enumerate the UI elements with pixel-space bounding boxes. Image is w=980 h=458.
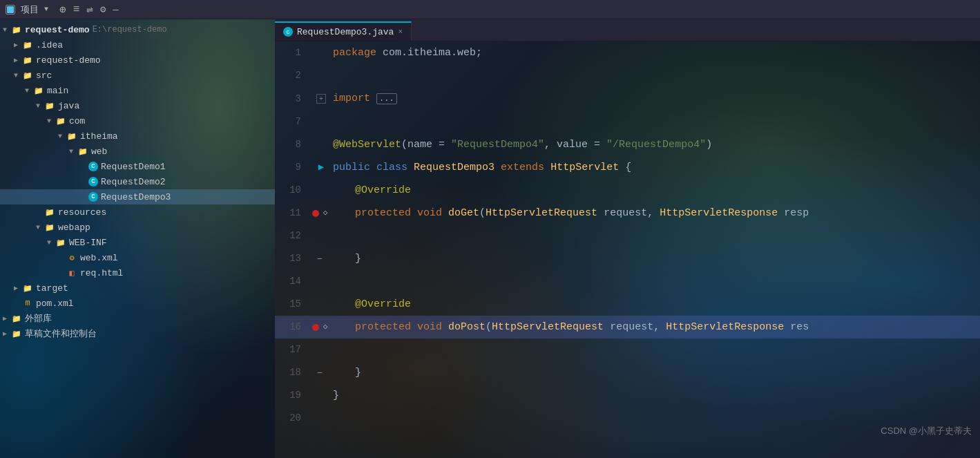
- tab-close-button[interactable]: ×: [398, 28, 403, 36]
- line-gutter-11: ◇: [309, 202, 330, 225]
- target-label: target: [36, 283, 68, 294]
- tree-pomxml[interactable]: m pom.xml: [0, 296, 275, 311]
- web-arrow: ▼: [69, 148, 77, 155]
- code-lines-container: 1 package com.itheima.web; 2 3 + impo: [275, 41, 980, 430]
- code-line-18: 18 — }: [275, 361, 980, 384]
- tree-idea[interactable]: ▶ 📁 .idea: [0, 37, 275, 53]
- fold-marker-13: —: [318, 247, 323, 270]
- tree-reqhtml[interactable]: ◧ req.html: [0, 265, 275, 280]
- line-gutter-16: ◇: [309, 316, 330, 338]
- code-line-7: 7: [275, 111, 980, 133]
- line-content-16: protected void doPost(HttpServletRequest…: [330, 316, 980, 338]
- code-line-3: 3 + import ...: [275, 87, 980, 111]
- line-num-7: 7: [275, 111, 309, 133]
- project-icon: [6, 5, 15, 15]
- tab-label: RequestDempo3.java: [297, 27, 394, 37]
- tree-webxml[interactable]: ⚙ web.xml: [0, 250, 275, 265]
- rdemo-label: request-demo: [36, 55, 101, 66]
- fold-icon-3[interactable]: +: [316, 94, 326, 104]
- web-icon: 📁: [77, 146, 88, 157]
- line-gutter-18: —: [309, 361, 330, 384]
- minimize-icon[interactable]: —: [113, 4, 118, 15]
- java-file-icon-2: C: [88, 177, 98, 187]
- itheima-label: itheima: [80, 131, 118, 142]
- com-label: com: [69, 116, 85, 126]
- tree-src[interactable]: ▼ 📁 src: [0, 68, 275, 83]
- tree-com[interactable]: ▼ 📁 com: [0, 113, 275, 128]
- line-num-15: 15: [275, 293, 309, 316]
- globe-icon[interactable]: ⊕: [59, 3, 66, 17]
- project-sidebar: ▼ 📁 request-demo E:\request-demo ▶ 📁 .id…: [0, 19, 275, 458]
- src-icon: 📁: [22, 70, 33, 81]
- tree-webapp[interactable]: ▼ 📁 webapp: [0, 220, 275, 235]
- extlibs-label: 外部库: [25, 312, 52, 325]
- com-arrow: ▼: [47, 117, 55, 125]
- fold-marker-11: ◇: [323, 202, 328, 225]
- resources-icon: 📁: [44, 207, 55, 218]
- tree-itheima[interactable]: ▼ 📁 itheima: [0, 128, 275, 144]
- pomxml-label: pom.xml: [36, 298, 74, 309]
- line-gutter-9: ▶: [309, 156, 330, 179]
- webapp-icon: 📁: [44, 222, 55, 233]
- line-gutter-3: +: [309, 94, 330, 104]
- run-icon-9: ▶: [318, 156, 324, 179]
- tree-root[interactable]: ▼ 📁 request-demo E:\request-demo: [0, 22, 275, 37]
- project-dropdown-arrow[interactable]: ▼: [44, 6, 48, 13]
- fold-marker-18: —: [318, 361, 323, 384]
- tree-request-demo-sub[interactable]: ▶ 📁 request-demo: [0, 53, 275, 68]
- sort-icon[interactable]: ⇌: [86, 3, 93, 17]
- tree-target[interactable]: ▶ 📁 target: [0, 280, 275, 296]
- requestdemo1-label: RequestDemo1: [101, 162, 166, 172]
- line-num-13: 13: [275, 247, 309, 270]
- webxml-label: web.xml: [80, 253, 118, 263]
- list-icon[interactable]: ≡: [73, 3, 80, 16]
- tree-requestdemo2[interactable]: C RequestDemo2: [0, 174, 275, 189]
- code-line-12: 12: [275, 225, 980, 247]
- line-num-11: 11: [275, 202, 309, 225]
- settings-icon[interactable]: ⚙: [100, 3, 106, 15]
- tree-scratch[interactable]: ▶ 📁 草稿文件和控制台: [0, 326, 275, 341]
- reqhtml-label: req.html: [80, 268, 123, 278]
- tree-external-libs[interactable]: ▶ 📁 外部库: [0, 311, 275, 326]
- code-line-19: 19 }: [275, 384, 980, 407]
- line-num-1: 1: [275, 41, 309, 64]
- tree-java[interactable]: ▼ 📁 java: [0, 98, 275, 113]
- com-icon: 📁: [55, 115, 66, 126]
- svg-rect-0: [7, 6, 14, 13]
- code-line-9: 9 ▶ public class RequestDempo3 extends H…: [275, 156, 980, 179]
- root-path: E:\request-demo: [93, 25, 167, 35]
- editor-tab[interactable]: C RequestDempo3.java ×: [275, 21, 412, 41]
- tree-web[interactable]: ▼ 📁 web: [0, 144, 275, 159]
- idea-arrow: ▶: [14, 41, 22, 49]
- code-line-17: 17: [275, 338, 980, 361]
- code-line-15: 15 @Override: [275, 293, 980, 316]
- java-arrow: ▼: [36, 102, 44, 110]
- line-num-19: 19: [275, 384, 309, 407]
- main-label: main: [47, 86, 68, 96]
- main-icon: 📁: [33, 85, 44, 96]
- code-editor[interactable]: 1 package com.itheima.web; 2 3 + impo: [275, 41, 980, 458]
- code-line-10: 10 @Override: [275, 179, 980, 202]
- fold-marker-16: ◇: [323, 316, 328, 338]
- tree-resources[interactable]: 📁 resources: [0, 204, 275, 220]
- line-content-1: package com.itheima.web;: [330, 41, 980, 64]
- webapp-label: webapp: [58, 222, 90, 233]
- webxml-icon: ⚙: [66, 252, 77, 263]
- tree-requestdemo1[interactable]: C RequestDemo1: [0, 159, 275, 174]
- line-content-8: @WebServlet(name = "RequestDempo4", valu…: [330, 133, 980, 156]
- web-label: web: [91, 146, 107, 157]
- extlibs-icon: 📁: [11, 313, 22, 324]
- tree-requestdempo3[interactable]: C RequestDempo3: [0, 189, 275, 204]
- tree-main[interactable]: ▼ 📁 main: [0, 83, 275, 98]
- itheima-icon: 📁: [66, 131, 77, 142]
- watermark: CSDN @小黑子史蒂夫: [881, 425, 972, 437]
- code-line-11: 11 ◇ protected void doGet(HttpServletReq…: [275, 202, 980, 225]
- line-content-10: @Override: [330, 179, 980, 202]
- line-content-3: import ...: [330, 87, 980, 111]
- scratch-label: 草稿文件和控制台: [25, 327, 97, 340]
- tab-bar: C RequestDempo3.java ×: [275, 19, 980, 41]
- project-label: 项目: [21, 3, 39, 16]
- toolbar-actions: ⊕ ≡ ⇌ ⚙ —: [59, 3, 119, 17]
- tree-webinf[interactable]: ▼ 📁 WEB-INF: [0, 235, 275, 250]
- main-arrow: ▼: [25, 87, 33, 95]
